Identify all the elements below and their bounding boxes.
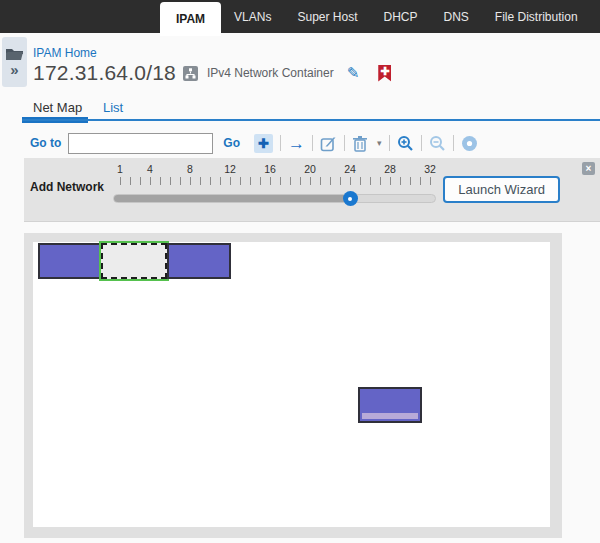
ruler-tick	[350, 177, 351, 185]
ruler-tick	[390, 177, 391, 185]
ruler-tick	[230, 177, 231, 185]
ruler-tick	[240, 177, 241, 185]
network-block[interactable]	[38, 243, 101, 279]
prefix-slider-fill	[114, 195, 351, 202]
top-navbar: IPAM VLANs Super Host DHCP DNS File Dist…	[0, 0, 600, 33]
title-row: 172.31.64.0/18 IPv4 Network Container ✎ …	[33, 61, 391, 85]
network-container-icon	[183, 66, 198, 81]
goto-label: Go to	[30, 136, 61, 150]
ruler-label: 32	[424, 163, 436, 175]
toolbar-separator	[280, 135, 281, 151]
add-bookmark-icon[interactable]: ✚	[378, 65, 391, 82]
prefix-length-ruler: 148121620242832	[120, 163, 440, 193]
toolbar-separator	[344, 135, 345, 151]
ruler-tick	[310, 177, 311, 185]
bookmark-plus-glyph: ✚	[378, 65, 391, 77]
ruler-tick	[420, 177, 421, 185]
toolbar-separator	[312, 135, 313, 151]
ruler-tick	[330, 177, 331, 185]
delete-dropdown-caret-icon[interactable]: ▾	[377, 138, 382, 148]
delete-trash-icon[interactable]	[352, 135, 368, 152]
ruler-label: 24	[344, 163, 356, 175]
nav-tab-ipam[interactable]: IPAM	[160, 2, 221, 36]
tab-net-map[interactable]: Net Map	[33, 100, 82, 115]
ruler-label: 8	[187, 163, 193, 175]
object-type-label: IPv4 Network Container	[207, 66, 334, 80]
network-block[interactable]	[167, 243, 231, 279]
ruler-tick	[220, 177, 221, 185]
ruler-tick	[130, 177, 131, 185]
goto-input[interactable]	[68, 133, 213, 154]
expand-chevrons-icon: »	[10, 64, 18, 76]
close-panel-icon[interactable]: ×	[582, 162, 595, 175]
ruler-tick	[270, 177, 271, 185]
ruler-label: 1	[117, 163, 123, 175]
toolbar-separator	[453, 135, 454, 151]
zoom-reset-icon[interactable]	[461, 135, 478, 152]
add-network-label: Add Network	[30, 180, 104, 194]
nav-tab-dhcp[interactable]: DHCP	[371, 0, 431, 33]
tab-divider-line	[22, 119, 600, 121]
sidebar-toggle[interactable]: »	[2, 37, 27, 87]
ruler-tick	[370, 177, 371, 185]
ruler-tick	[260, 177, 261, 185]
prefix-slider-track[interactable]	[113, 194, 436, 203]
ruler-tick	[400, 177, 401, 185]
page-title: 172.31.64.0/18	[33, 61, 176, 85]
ruler-tick	[200, 177, 201, 185]
go-button[interactable]: Go	[223, 136, 240, 150]
ruler-tick	[140, 177, 141, 185]
netmap-frame	[24, 233, 562, 538]
nav-tab-vlans[interactable]: VLANs	[221, 0, 284, 33]
zoom-out-icon[interactable]	[429, 135, 446, 152]
netmap-canvas[interactable]	[33, 242, 550, 527]
ruler-tick	[190, 177, 191, 185]
ruler-label: 28	[384, 163, 396, 175]
ruler-tick	[160, 177, 161, 185]
ruler-tick	[170, 177, 171, 185]
prefix-slider-thumb[interactable]	[343, 191, 358, 206]
ruler-tick	[410, 177, 411, 185]
ruler-tick	[320, 177, 321, 185]
launch-wizard-button[interactable]: Launch Wizard	[443, 176, 560, 203]
ruler-tick	[360, 177, 361, 185]
nav-tab-file-distribution[interactable]: File Distribution	[482, 0, 591, 33]
nav-tab-row: IPAM VLANs Super Host DHCP DNS File Dist…	[0, 0, 600, 33]
zoom-in-icon[interactable]	[397, 135, 414, 152]
ruler-tick	[340, 177, 341, 185]
ruler-label: 20	[304, 163, 316, 175]
folder-icon	[6, 48, 23, 61]
breadcrumb-ipam-home[interactable]: IPAM Home	[33, 46, 97, 60]
nav-tab-super-host[interactable]: Super Host	[284, 0, 370, 33]
ruler-tick	[300, 177, 301, 185]
add-icon[interactable]: ✚	[254, 134, 273, 153]
goto-toolbar: Go to Go ✚ → ▾	[30, 130, 600, 156]
utilization-bar	[362, 413, 418, 419]
ruler-tick	[120, 177, 121, 185]
ruler-tick	[210, 177, 211, 185]
edit-pencil-icon[interactable]: ✎	[347, 64, 360, 82]
toolbar-separator	[421, 135, 422, 151]
ruler-tick	[250, 177, 251, 185]
ruler-tick	[150, 177, 151, 185]
add-network-panel: Add Network 148121620242832 Launch Wizar…	[24, 158, 600, 222]
edit-icon[interactable]	[320, 135, 337, 152]
ruler-tick	[280, 177, 281, 185]
nav-tab-dns[interactable]: DNS	[431, 0, 482, 33]
ruler-tick	[290, 177, 291, 185]
ruler-label: 16	[264, 163, 276, 175]
toolbar-separator	[389, 135, 390, 151]
selected-network-block[interactable]	[101, 243, 167, 279]
ruler-tick	[180, 177, 181, 185]
network-block[interactable]	[358, 387, 422, 423]
ruler-label: 12	[224, 163, 236, 175]
go-to-network-arrow-icon[interactable]: →	[288, 135, 305, 152]
ruler-tick	[430, 177, 431, 185]
netmap-toolbar-icons: ✚ → ▾	[254, 134, 478, 153]
ruler-label: 4	[147, 163, 153, 175]
tab-list[interactable]: List	[103, 100, 123, 115]
ruler-tick	[380, 177, 381, 185]
